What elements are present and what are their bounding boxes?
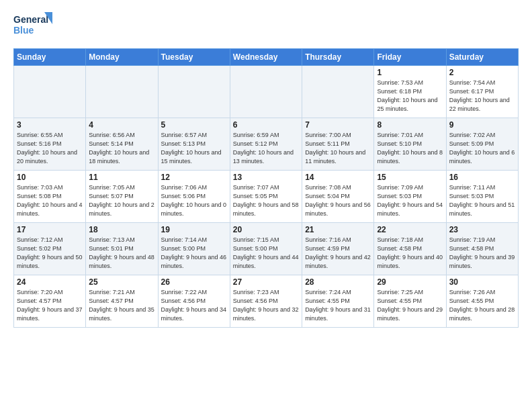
day-number: 28 [305, 277, 371, 287]
day-cell: 7Sunrise: 7:00 AM Sunset: 5:11 PM Daylig… [302, 118, 374, 171]
day-number: 22 [377, 225, 443, 234]
day-info: Sunrise: 7:21 AM Sunset: 4:57 PM Dayligh… [89, 288, 154, 323]
day-cell: 4Sunrise: 6:56 AM Sunset: 5:14 PM Daylig… [86, 118, 158, 171]
header-cell-friday: Friday [374, 49, 446, 66]
day-cell [14, 66, 86, 118]
day-info: Sunrise: 7:23 AM Sunset: 4:56 PM Dayligh… [233, 288, 299, 323]
day-info: Sunrise: 7:24 AM Sunset: 4:55 PM Dayligh… [305, 288, 371, 323]
day-info: Sunrise: 7:02 AM Sunset: 5:09 PM Dayligh… [449, 131, 515, 166]
day-number: 4 [89, 120, 154, 130]
day-cell: 24Sunrise: 7:20 AM Sunset: 4:57 PM Dayli… [14, 275, 86, 328]
day-cell: 18Sunrise: 7:13 AM Sunset: 5:01 PM Dayli… [86, 223, 158, 275]
day-cell: 28Sunrise: 7:24 AM Sunset: 4:55 PM Dayli… [302, 275, 374, 328]
day-number: 15 [377, 173, 443, 182]
page: General Blue SundayMondayTuesdayWednesda… [0, 0, 532, 334]
day-number: 2 [449, 68, 515, 77]
header-cell-thursday: Thursday [302, 49, 374, 66]
day-number: 7 [305, 120, 371, 130]
calendar-table: SundayMondayTuesdayWednesdayThursdayFrid… [13, 48, 519, 328]
day-info: Sunrise: 7:09 AM Sunset: 5:03 PM Dayligh… [377, 183, 443, 218]
day-cell: 23Sunrise: 7:19 AM Sunset: 4:58 PM Dayli… [446, 223, 518, 275]
day-number: 1 [377, 68, 443, 77]
header-cell-wednesday: Wednesday [230, 49, 302, 66]
day-cell: 20Sunrise: 7:15 AM Sunset: 5:00 PM Dayli… [230, 223, 302, 275]
day-cell: 29Sunrise: 7:25 AM Sunset: 4:55 PM Dayli… [374, 275, 446, 328]
day-info: Sunrise: 7:15 AM Sunset: 5:00 PM Dayligh… [233, 236, 299, 271]
day-info: Sunrise: 7:07 AM Sunset: 5:05 PM Dayligh… [233, 183, 299, 218]
header-row: SundayMondayTuesdayWednesdayThursdayFrid… [14, 49, 519, 66]
day-cell: 10Sunrise: 7:03 AM Sunset: 5:08 PM Dayli… [14, 171, 86, 223]
day-cell: 19Sunrise: 7:14 AM Sunset: 5:00 PM Dayli… [158, 223, 230, 275]
svg-text:General: General [13, 14, 48, 25]
day-number: 20 [233, 225, 299, 234]
day-info: Sunrise: 7:06 AM Sunset: 5:06 PM Dayligh… [161, 183, 227, 218]
day-number: 6 [233, 120, 299, 130]
day-cell [86, 66, 158, 118]
day-cell: 14Sunrise: 7:08 AM Sunset: 5:04 PM Dayli… [302, 171, 374, 223]
day-number: 26 [161, 277, 227, 287]
header-cell-tuesday: Tuesday [158, 49, 230, 66]
day-info: Sunrise: 7:19 AM Sunset: 4:58 PM Dayligh… [449, 236, 515, 271]
day-number: 8 [377, 120, 443, 130]
day-cell: 15Sunrise: 7:09 AM Sunset: 5:03 PM Dayli… [374, 171, 446, 223]
day-cell: 3Sunrise: 6:55 AM Sunset: 5:16 PM Daylig… [14, 118, 86, 171]
day-info: Sunrise: 7:14 AM Sunset: 5:00 PM Dayligh… [161, 236, 227, 271]
day-info: Sunrise: 7:53 AM Sunset: 6:18 PM Dayligh… [377, 79, 443, 113]
week-row-2: 3Sunrise: 6:55 AM Sunset: 5:16 PM Daylig… [14, 118, 519, 171]
day-info: Sunrise: 7:20 AM Sunset: 4:57 PM Dayligh… [17, 288, 83, 323]
day-cell: 8Sunrise: 7:01 AM Sunset: 5:10 PM Daylig… [374, 118, 446, 171]
day-cell [230, 66, 302, 118]
day-info: Sunrise: 7:11 AM Sunset: 5:03 PM Dayligh… [449, 183, 515, 218]
day-cell: 25Sunrise: 7:21 AM Sunset: 4:57 PM Dayli… [86, 275, 158, 328]
day-info: Sunrise: 6:55 AM Sunset: 5:16 PM Dayligh… [17, 131, 83, 166]
day-info: Sunrise: 7:08 AM Sunset: 5:04 PM Dayligh… [305, 183, 371, 218]
day-cell: 30Sunrise: 7:26 AM Sunset: 4:55 PM Dayli… [446, 275, 518, 328]
day-info: Sunrise: 7:00 AM Sunset: 5:11 PM Dayligh… [305, 131, 371, 166]
day-info: Sunrise: 7:18 AM Sunset: 4:58 PM Dayligh… [377, 236, 443, 271]
svg-text:Blue: Blue [13, 25, 34, 36]
week-row-4: 17Sunrise: 7:12 AM Sunset: 5:02 PM Dayli… [14, 223, 519, 275]
day-cell: 12Sunrise: 7:06 AM Sunset: 5:06 PM Dayli… [158, 171, 230, 223]
day-cell: 26Sunrise: 7:22 AM Sunset: 4:56 PM Dayli… [158, 275, 230, 328]
day-cell: 6Sunrise: 6:59 AM Sunset: 5:12 PM Daylig… [230, 118, 302, 171]
day-cell: 1Sunrise: 7:53 AM Sunset: 6:18 PM Daylig… [374, 66, 446, 118]
header-cell-sunday: Sunday [14, 49, 86, 66]
day-number: 17 [17, 225, 83, 234]
day-cell [302, 66, 374, 118]
day-cell: 22Sunrise: 7:18 AM Sunset: 4:58 PM Dayli… [374, 223, 446, 275]
day-info: Sunrise: 7:54 AM Sunset: 6:17 PM Dayligh… [449, 79, 515, 113]
day-info: Sunrise: 7:03 AM Sunset: 5:08 PM Dayligh… [17, 183, 83, 218]
day-info: Sunrise: 6:56 AM Sunset: 5:14 PM Dayligh… [89, 131, 154, 166]
day-info: Sunrise: 7:25 AM Sunset: 4:55 PM Dayligh… [377, 288, 443, 323]
day-number: 16 [449, 173, 515, 182]
day-number: 5 [161, 120, 227, 130]
day-number: 30 [449, 277, 515, 287]
logo: General Blue [13, 11, 54, 40]
day-number: 9 [449, 120, 515, 130]
day-cell: 9Sunrise: 7:02 AM Sunset: 5:09 PM Daylig… [446, 118, 518, 171]
week-row-1: 1Sunrise: 7:53 AM Sunset: 6:18 PM Daylig… [14, 66, 519, 118]
day-cell: 16Sunrise: 7:11 AM Sunset: 5:03 PM Dayli… [446, 171, 518, 223]
day-cell: 5Sunrise: 6:57 AM Sunset: 5:13 PM Daylig… [158, 118, 230, 171]
day-number: 3 [17, 120, 83, 130]
day-number: 25 [89, 277, 154, 287]
day-info: Sunrise: 7:12 AM Sunset: 5:02 PM Dayligh… [17, 236, 83, 271]
day-number: 24 [17, 277, 83, 287]
day-info: Sunrise: 7:05 AM Sunset: 5:07 PM Dayligh… [89, 183, 154, 218]
day-number: 18 [89, 225, 154, 234]
day-cell [158, 66, 230, 118]
day-cell: 21Sunrise: 7:16 AM Sunset: 4:59 PM Dayli… [302, 223, 374, 275]
day-number: 27 [233, 277, 299, 287]
day-number: 12 [161, 173, 227, 182]
day-info: Sunrise: 6:57 AM Sunset: 5:13 PM Dayligh… [161, 131, 227, 166]
day-number: 14 [305, 173, 371, 182]
day-number: 10 [17, 173, 83, 182]
header-cell-monday: Monday [86, 49, 158, 66]
day-info: Sunrise: 7:26 AM Sunset: 4:55 PM Dayligh… [449, 288, 515, 323]
day-info: Sunrise: 7:22 AM Sunset: 4:56 PM Dayligh… [161, 288, 227, 323]
day-cell: 13Sunrise: 7:07 AM Sunset: 5:05 PM Dayli… [230, 171, 302, 223]
day-number: 11 [89, 173, 154, 182]
day-number: 21 [305, 225, 371, 234]
header-cell-saturday: Saturday [446, 49, 518, 66]
day-number: 13 [233, 173, 299, 182]
